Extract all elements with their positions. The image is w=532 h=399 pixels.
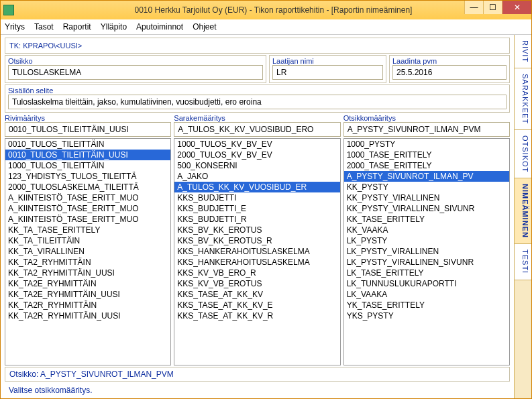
maximize-button[interactable]: ☐ (483, 1, 502, 14)
menu-tasot[interactable]: Tasot (34, 22, 54, 32)
list-item[interactable]: KKS_TASE_AT_KK_KV_R (174, 310, 339, 321)
list-item[interactable]: KK_TA2E_RYHMITTÄIN (5, 278, 170, 289)
list-item[interactable]: KKS_BUDJETTI_E (174, 203, 339, 214)
path-panel: TK: KPRAPO\<UUSI> (5, 38, 510, 54)
list-item[interactable]: KK_TA2E_RYHMITTÄIN_UUSI (5, 289, 170, 300)
sarake-listbox[interactable]: 1000_TULOS_KV_BV_EV2000_TULOS_KV_BV_EV50… (174, 138, 340, 365)
close-button[interactable]: ✕ (502, 1, 531, 14)
list-item[interactable]: 1000_TULOS_TILEITTÄIN (5, 160, 170, 171)
otsikkom-input[interactable] (343, 122, 510, 137)
titlebar: 0010 Herkku Tarjoilut Oy (EUR) - Tikon r… (1, 1, 531, 19)
list-item[interactable]: 1000_PYSTY (344, 139, 509, 150)
minimize-button[interactable]: — (464, 1, 483, 14)
list-item[interactable]: KK_TASE_ERITTELY (344, 214, 509, 225)
list-item[interactable]: A_KIINTEISTÖ_TASE_ERITT_MUO (5, 203, 170, 214)
otsikkom-label: Otsikkomääritys (343, 114, 510, 122)
rivi-listbox[interactable]: 0010_TULOS_TILEITTÄIN0010_TULOS_TILEITTÄ… (5, 138, 171, 365)
laatija-label: Laatijan nimi (272, 57, 383, 65)
list-item[interactable]: A_KIINTEISTÖ_TASE_ERITT_MUO (5, 192, 170, 203)
list-item[interactable]: KKS_BV_KK_EROTUS (174, 225, 339, 235)
pvm-input[interactable] (392, 65, 507, 80)
sarake-input[interactable] (174, 122, 340, 137)
otsikko-input[interactable] (8, 65, 263, 80)
laatija-input[interactable] (272, 65, 383, 80)
list-item[interactable]: KKS_TASE_AT_KK_KV (174, 289, 339, 300)
list-item[interactable]: KK_TA_VIRALLINEN (5, 246, 170, 257)
list-item[interactable]: 2000_TASE_ERITTELY (344, 160, 509, 171)
list-item[interactable]: KK_TA_TILEITTÄIN (5, 235, 170, 246)
list-item[interactable]: KKS_KV_VB_ERO_R (174, 268, 339, 278)
selite-label: Sisällön selite (8, 87, 507, 95)
menu-yritys[interactable]: Yritys (5, 22, 25, 32)
side-tab-testi[interactable]: TESTI (515, 244, 531, 280)
otsikkom-listbox[interactable]: 1000_PYSTY1000_TASE_ERITTELY2000_TASE_ER… (343, 138, 510, 365)
menu-yllapito[interactable]: Ylläpito (101, 22, 127, 32)
rivi-input[interactable] (5, 122, 171, 137)
list-item[interactable]: KK_TA2_RYHMITTÄIN (5, 257, 170, 268)
list-item[interactable]: KKS_BUDJETTI_R (174, 214, 339, 225)
side-tab-rivit[interactable]: RIVIT (515, 35, 531, 68)
hint-text: Valitse otsikkomääritys. (9, 386, 92, 395)
selite-input[interactable] (8, 95, 507, 109)
sarake-column: Sarakemääritys 1000_TULOS_KV_BV_EV2000_T… (174, 114, 340, 365)
pvm-label: Laadinta pvm (392, 57, 507, 65)
list-item[interactable]: 0010_TULOS_TILEITTÄIN (5, 139, 170, 150)
list-item[interactable]: A_JAKO (174, 171, 339, 182)
side-tab-sarakkeet[interactable]: SARAKKEET (515, 68, 531, 130)
list-item[interactable]: 1000_TULOS_KV_BV_EV (174, 139, 339, 150)
side-tab-otsikot[interactable]: OTSIKOT (515, 130, 531, 178)
list-item[interactable]: KKS_BUDJETTI (174, 192, 339, 203)
list-item[interactable]: KK_PYSTY_VIRALLINEN_SIVUNR (344, 203, 509, 214)
list-item[interactable]: KK_VAAKA (344, 225, 509, 235)
menu-ohjeet[interactable]: Ohjeet (193, 22, 216, 32)
list-item[interactable]: KKS_BV_KK_EROTUS_R (174, 235, 339, 246)
list-item[interactable]: A_TULOS_KK_KV_VUOSIBUD_ER (174, 182, 339, 192)
status-line: Otsikko: A_PYSTY_SIVUNROT_ILMAN_PVM (5, 367, 510, 382)
list-item[interactable]: KK_TA_TASE_ERITTELY (5, 225, 170, 235)
menu-aputoiminnot[interactable]: Aputoiminnot (136, 22, 183, 32)
selite-group: Sisällön selite (5, 84, 510, 113)
list-item[interactable]: KK_TA2R_RYHMITTÄIN_UUSI (5, 310, 170, 321)
list-item[interactable]: KK_TA2R_RYHMITTÄIN (5, 300, 170, 310)
list-item[interactable]: KKS_KV_VB_EROTUS (174, 278, 339, 289)
path-text: TK: KPRAPO\<UUSI> (9, 42, 82, 50)
list-item[interactable]: KKS_TASE_AT_KK_KV_E (174, 300, 339, 310)
list-item[interactable]: A_KIINTEISTÖ_TASE_ERITT_MUO (5, 214, 170, 225)
list-item[interactable]: LK_PYSTY_VIRALLINEN_SIVUNR (344, 257, 509, 268)
pvm-group: Laadinta pvm (389, 55, 510, 83)
list-item[interactable]: KK_TA2_RYHMITTÄIN_UUSI (5, 268, 170, 278)
list-item[interactable]: 2000_TULOSLASKELMA_TILEITTÄ (5, 182, 170, 192)
side-tabs: RIVITSARAKKEETOTSIKOTNIMEÄMINENTESTI (514, 35, 531, 399)
list-item[interactable]: YKS_PYSTY (344, 310, 509, 321)
menubar: Yritys Tasot Raportit Ylläpito Aputoimin… (1, 19, 531, 35)
list-item[interactable]: 2000_TULOS_KV_BV_EV (174, 150, 339, 160)
otsikko-label: Otsikko (8, 57, 263, 65)
list-item[interactable]: 1000_TASE_ERITTELY (344, 150, 509, 160)
window-controls: — ☐ ✕ (464, 1, 531, 14)
window-title: 0010 Herkku Tarjoilut Oy (EUR) - Tikon r… (18, 5, 529, 15)
list-item[interactable]: A_PYSTY_SIVUNROT_ILMAN_PV (344, 171, 509, 182)
hint-line: Valitse otsikkomääritys. (5, 383, 510, 399)
list-item[interactable]: 123_YHDISTYS_TULOS_TILEITTÄ (5, 171, 170, 182)
list-item[interactable]: LK_PYSTY (344, 235, 509, 246)
otsikko-group: Otsikko (5, 55, 266, 83)
side-tab-nimeäminen[interactable]: NIMEÄMINEN (515, 178, 531, 244)
list-item[interactable]: KK_PYSTY_VIRALLINEN (344, 192, 509, 203)
otsikko-column: Otsikkomääritys 1000_PYSTY1000_TASE_ERIT… (343, 114, 510, 365)
status-text: Otsikko: A_PYSTY_SIVUNROT_ILMAN_PVM (9, 369, 174, 379)
list-item[interactable]: LK_TUNNUSLUKURAPORTTI (344, 278, 509, 289)
sarake-label: Sarakemääritys (174, 114, 340, 122)
list-item[interactable]: 500_KONSERNI (174, 160, 339, 171)
app-icon (3, 5, 14, 15)
laatija-group: Laatijan nimi (269, 55, 386, 83)
list-item[interactable]: KKS_HANKERAHOITUSLASKELMA (174, 257, 339, 268)
list-item[interactable]: LK_TASE_ERITTELY (344, 268, 509, 278)
list-item[interactable]: LK_VAAKA (344, 289, 509, 300)
list-item[interactable]: KKS_HANKERAHOITUSLASKELMA (174, 246, 339, 257)
menu-raportit[interactable]: Raportit (63, 22, 91, 32)
list-item[interactable]: YK_TASE_ERITTELY (344, 300, 509, 310)
list-item[interactable]: KK_PYSTY (344, 182, 509, 192)
rivi-column: Rivimääritys 0010_TULOS_TILEITTÄIN0010_T… (5, 114, 171, 365)
list-item[interactable]: 0010_TULOS_TILEITTÄIN_UUSI (5, 150, 170, 160)
list-item[interactable]: LK_PYSTY_VIRALLINEN (344, 246, 509, 257)
